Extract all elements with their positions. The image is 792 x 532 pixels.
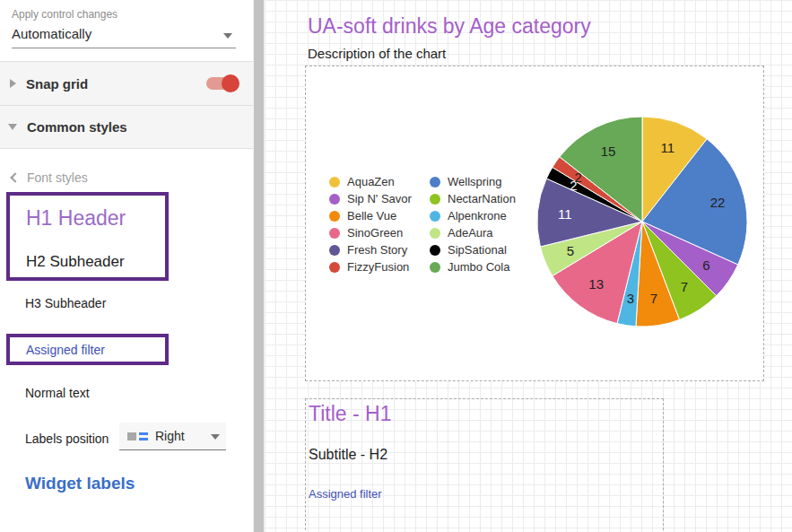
legend-item-nectarnation[interactable]: NectarNation (430, 190, 516, 207)
label-alignment-icon-bar (139, 438, 148, 440)
legend-label: AdeAura (448, 226, 493, 240)
legend-color-dot (329, 177, 340, 188)
pie-slice-value-label: 3 (627, 291, 634, 306)
legend-item-fizzyfusion[interactable]: FizzyFusion (329, 258, 430, 275)
legend-label: AquaZen (347, 175, 395, 188)
collapse-arrow-icon[interactable] (8, 124, 17, 130)
style-item-h2-subheader[interactable]: H2 Subheader (26, 253, 125, 271)
expand-arrow-icon[interactable] (10, 79, 16, 88)
label-alignment-icon-bar (139, 432, 148, 435)
style-item-normal-text[interactable]: Normal text (25, 386, 90, 400)
dashboard-canvas[interactable]: UA-soft drinks by Age category Descripti… (265, 0, 792, 532)
legend-column: AquaZenSip N' SavorBelle VueSinoGreenFre… (329, 173, 430, 275)
chart-widget-title[interactable]: UA-soft drinks by Age category (308, 14, 591, 39)
text-widget-assigned-filter[interactable]: Assigned filter (309, 487, 382, 501)
text-widget-title[interactable]: Title - H1 (309, 402, 391, 426)
common-styles-label: Common styles (27, 119, 127, 135)
dropdown-caret-icon (211, 434, 220, 440)
legend-color-dot (430, 245, 440, 256)
chart-widget-subtitle[interactable]: Description of the chart (308, 46, 446, 61)
dropdown-caret-icon (223, 33, 232, 39)
legend-color-dot (430, 228, 440, 239)
labels-position-value: Right (155, 429, 185, 443)
legend-item-aquazen[interactable]: AquaZen (329, 173, 430, 190)
font-styles-back-label: Font styles (27, 170, 88, 185)
snap-grid-toggle[interactable] (206, 77, 237, 90)
chevron-left-icon (10, 172, 20, 182)
pie-slice-value-label: 6 (702, 257, 709, 273)
pie-slice-value-label: 22 (710, 195, 726, 210)
legend-color-dot (329, 262, 340, 273)
text-widget-subtitle[interactable]: Subtitle - H2 (309, 447, 387, 463)
pie-slice-value-label: 5 (567, 243, 574, 258)
snap-grid-label: Snap grid (26, 76, 88, 92)
legend-label: FizzyFusion (347, 260, 409, 274)
apply-control-changes-value: Automatically (12, 26, 91, 41)
legend-label: SinoGreen (347, 226, 403, 240)
legend-color-dot (430, 211, 440, 222)
font-styles-back-link[interactable]: Font styles (12, 170, 88, 185)
scrollbar-thumb[interactable] (254, 0, 264, 532)
style-settings-sidebar: Apply control changes Automatically Snap… (0, 0, 253, 532)
legend-color-dot (329, 245, 340, 256)
legend-item-sinogreen[interactable]: SinoGreen (329, 224, 430, 241)
legend-color-dot (430, 262, 440, 273)
legend-color-dot (329, 211, 340, 222)
legend-label: Belle Vue (347, 209, 396, 222)
divider (0, 148, 253, 149)
style-item-h1-header[interactable]: H1 Header (26, 206, 126, 231)
apply-control-changes-select[interactable]: Automatically (12, 23, 236, 48)
legend-item-fresh-story[interactable]: Fresh Story (329, 241, 430, 258)
legend-label: Wellspring (448, 175, 501, 188)
pie-slice-value-label: 7 (681, 279, 688, 294)
legend-item-alpenkrone[interactable]: Alpenkrone (430, 207, 516, 224)
labels-position-dropdown[interactable]: Right (119, 423, 226, 450)
legend-label: NectarNation (448, 192, 516, 205)
apply-control-changes-label: Apply control changes (12, 8, 117, 21)
legend-color-dot (430, 177, 440, 188)
legend-label: Alpenkrone (448, 209, 507, 222)
pie-chart: 11226773135112215 (530, 109, 754, 334)
label-alignment-icon (127, 432, 136, 440)
legend-label: SipSational (448, 243, 507, 257)
legend-color-dot (430, 194, 440, 205)
header-styles-selection-box: H1 Header H2 Subheader (6, 192, 169, 281)
toggle-knob (222, 74, 239, 92)
legend-item-sip-n-savor[interactable]: Sip N' Savor (329, 190, 430, 207)
legend-label: Fresh Story (347, 243, 407, 257)
pie-slice-value-label: 7 (650, 291, 657, 306)
legend-color-dot (329, 228, 340, 239)
chart-legend: AquaZenSip N' SavorBelle VueSinoGreenFre… (329, 173, 516, 275)
legend-item-wellspring[interactable]: Wellspring (430, 173, 516, 190)
pie-slice-value-label: 15 (601, 144, 616, 159)
common-styles-row[interactable]: Common styles (0, 106, 253, 148)
legend-label: Jumbo Cola (448, 260, 509, 274)
pie-slice-value-label: 11 (558, 206, 572, 222)
snap-grid-row[interactable]: Snap grid (0, 62, 253, 105)
style-item-h3-subheader[interactable]: H3 Subheader (25, 296, 106, 310)
pie-slice-value-label: 13 (588, 276, 604, 292)
legend-label: Sip N' Savor (347, 192, 412, 205)
sidebar-scrollbar (253, 0, 265, 532)
legend-column: WellspringNectarNationAlpenkroneAdeAuraS… (430, 173, 516, 275)
legend-item-adeaura[interactable]: AdeAura (430, 224, 516, 241)
widget-labels-heading: Widget labels (25, 474, 135, 493)
legend-item-jumbo-cola[interactable]: Jumbo Cola (430, 258, 516, 275)
legend-item-sipsational[interactable]: SipSational (430, 241, 516, 258)
pie-chart-widget[interactable]: AquaZenSip N' SavorBelle VueSinoGreenFre… (305, 65, 764, 381)
legend-color-dot (329, 194, 340, 205)
style-item-assigned-filter[interactable]: Assigned filter (26, 343, 105, 357)
pie-slice-value-label: 11 (660, 140, 675, 155)
labels-position-label: Labels position (25, 432, 109, 446)
legend-item-belle-vue[interactable]: Belle Vue (329, 207, 430, 224)
text-widget[interactable]: Title - H1 Subtitle - H2 Assigned filter (305, 398, 664, 532)
assigned-filter-selection-box: Assigned filter (6, 334, 169, 365)
